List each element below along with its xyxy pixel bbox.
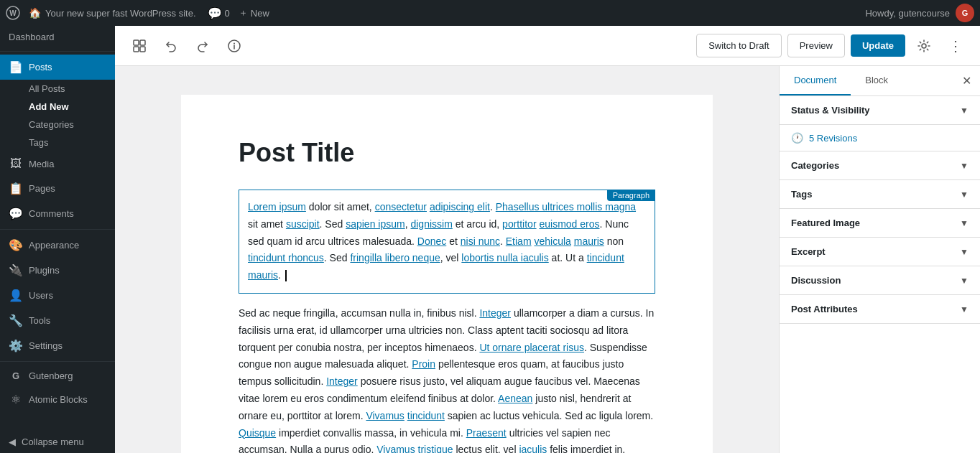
sidebar-item-media[interactable]: 🖼 Media (0, 151, 115, 176)
paragraph-block-2: Sed ac neque fringilla, accumsan nulla i… (239, 305, 655, 453)
media-icon: 🖼 (9, 157, 23, 170)
sidebar-item-categories[interactable]: Categories (0, 116, 115, 134)
add-block-button[interactable] (126, 33, 152, 59)
switch-to-draft-button[interactable]: Switch to Draft (696, 34, 782, 57)
categories-arrow-icon: ▼ (960, 161, 969, 171)
info-button[interactable] (221, 33, 247, 59)
sidebar-item-tools[interactable]: 🔧 Tools (0, 308, 115, 333)
revisions-link[interactable]: 5 Revisions (809, 133, 857, 144)
settings-icon: ⚙️ (9, 339, 23, 352)
separator2 (0, 229, 115, 230)
post-attributes-title: Post Attributes (791, 304, 858, 314)
sidebar-label-posts: Posts (29, 62, 52, 73)
admin-bar: W 🏠 Your new super fast WordPress site. … (0, 0, 980, 26)
svg-text:W: W (9, 9, 17, 17)
wp-logo-icon[interactable]: W (6, 6, 20, 20)
close-panel-button[interactable]: ✕ (953, 68, 980, 93)
tab-block[interactable]: Block (851, 66, 902, 95)
toolbar-right: Switch to Draft Preview Update ⋮ (696, 33, 969, 59)
tab-document[interactable]: Document (780, 66, 851, 95)
sidebar-label-tools: Tools (29, 315, 50, 326)
panel-content: Status & Visibility ▼ 🕐 5 Revisions Cate… (780, 96, 980, 453)
svg-rect-2 (134, 40, 139, 45)
sidebar-item-tags[interactable]: Tags (0, 134, 115, 151)
paragraph-text-1: Lorem ipsum dolor sit amet, consectetur … (248, 199, 646, 284)
categories-title: Categories (791, 160, 839, 171)
post-title-input[interactable] (239, 138, 655, 168)
featured-image-arrow-icon: ▼ (960, 218, 969, 228)
posts-icon: 📄 (9, 60, 23, 74)
right-panel: Document Block ✕ Status & Visibility ▼ 🕐… (779, 66, 980, 453)
discussion-arrow-icon: ▼ (960, 276, 969, 286)
layout: Dashboard 📄 Posts All Posts Add New Cate… (0, 26, 980, 453)
sidebar-label-comments: Comments (29, 208, 74, 219)
gutenberg-icon: G (9, 370, 23, 381)
admin-bar-new[interactable]: ＋ New (239, 6, 269, 19)
tags-arrow-icon: ▼ (960, 190, 969, 200)
sidebar-item-gutenberg[interactable]: G Gutenberg (0, 365, 115, 387)
categories-section[interactable]: Categories ▼ (780, 151, 980, 180)
comments-count: 0 (225, 8, 230, 19)
content-area: Paragraph Lorem ipsum dolor sit amet, co… (115, 66, 779, 453)
collapse-menu[interactable]: ◀ Collapse menu (0, 431, 115, 453)
sidebar-item-settings[interactable]: ⚙️ Settings (0, 333, 115, 358)
tags-section[interactable]: Tags ▼ (780, 180, 980, 209)
undo-icon (165, 39, 177, 52)
sidebar-item-posts[interactable]: 📄 Posts (0, 55, 115, 80)
sidebar-label-pages: Pages (29, 183, 55, 194)
admin-bar-comments[interactable]: 💬 0 (208, 6, 230, 20)
excerpt-title: Excerpt (791, 246, 826, 257)
paragraph-text-2: Sed ac neque fringilla, accumsan nulla i… (239, 305, 655, 453)
update-button[interactable]: Update (851, 34, 905, 57)
site-name: Your new super fast WordPress site. (45, 8, 196, 19)
sidebar-item-appearance[interactable]: 🎨 Appearance (0, 233, 115, 258)
collapse-label: Collapse menu (22, 436, 84, 447)
panel-tabs: Document Block ✕ (780, 66, 980, 96)
tags-title: Tags (791, 189, 812, 200)
sidebar-label-settings: Settings (29, 340, 63, 351)
sidebar-item-comments[interactable]: 💬 Comments (0, 201, 115, 226)
featured-image-section[interactable]: Featured Image ▼ (780, 209, 980, 238)
revisions-section[interactable]: 🕐 5 Revisions (780, 125, 980, 151)
editor-canvas: Paragraph Lorem ipsum dolor sit amet, co… (181, 95, 713, 453)
excerpt-section[interactable]: Excerpt ▼ (780, 238, 980, 266)
svg-rect-3 (140, 40, 145, 45)
sidebar-item-all-posts[interactable]: All Posts (0, 80, 115, 98)
sidebar-item-add-new[interactable]: Add New (0, 98, 115, 116)
admin-bar-site[interactable]: 🏠 Your new super fast WordPress site. (29, 7, 196, 19)
sidebar-label-atomic-blocks: Atomic Blocks (29, 394, 88, 405)
svg-rect-5 (140, 47, 145, 52)
undo-button[interactable] (158, 33, 184, 59)
new-label: New (251, 8, 269, 19)
sidebar-label-users: Users (29, 290, 53, 301)
status-visibility-section[interactable]: Status & Visibility ▼ (780, 96, 980, 125)
comments-icon: 💬 (9, 207, 23, 220)
sidebar-item-plugins[interactable]: 🔌 Plugins (0, 258, 115, 283)
more-options-button[interactable]: ⋮ (943, 33, 969, 59)
sidebar-item-users[interactable]: 👤 Users (0, 283, 115, 308)
toolbar-left (126, 33, 247, 59)
comment-bubble-icon: 💬 (208, 6, 222, 20)
tools-icon: 🔧 (9, 314, 23, 327)
sidebar-item-dashboard[interactable]: Dashboard (0, 26, 115, 48)
paragraph-block-selected[interactable]: Paragraph Lorem ipsum dolor sit amet, co… (239, 190, 655, 294)
plus-icon: ＋ (239, 6, 248, 19)
sidebar-label-plugins: Plugins (29, 265, 60, 276)
sidebar-item-pages[interactable]: 📋 Pages (0, 176, 115, 201)
add-block-icon (133, 39, 146, 52)
clock-icon: 🕐 (791, 132, 803, 144)
post-attributes-section[interactable]: Post Attributes ▼ (780, 295, 980, 324)
sidebar-item-atomic-blocks[interactable]: ⚛ Atomic Blocks (0, 387, 115, 412)
appearance-icon: 🎨 (9, 238, 23, 252)
settings-button[interactable] (911, 33, 937, 59)
sidebar-label-gutenberg: Gutenberg (29, 370, 73, 381)
house-icon: 🏠 (29, 7, 41, 19)
avatar: G (956, 4, 974, 22)
howdy-text: Howdy, gutencourse (865, 8, 950, 19)
status-visibility-title: Status & Visibility (791, 105, 870, 116)
preview-button[interactable]: Preview (787, 34, 845, 57)
discussion-section[interactable]: Discussion ▼ (780, 266, 980, 295)
post-attributes-arrow-icon: ▼ (960, 304, 969, 314)
redo-button[interactable] (190, 33, 216, 59)
settings-gear-icon (917, 39, 931, 53)
